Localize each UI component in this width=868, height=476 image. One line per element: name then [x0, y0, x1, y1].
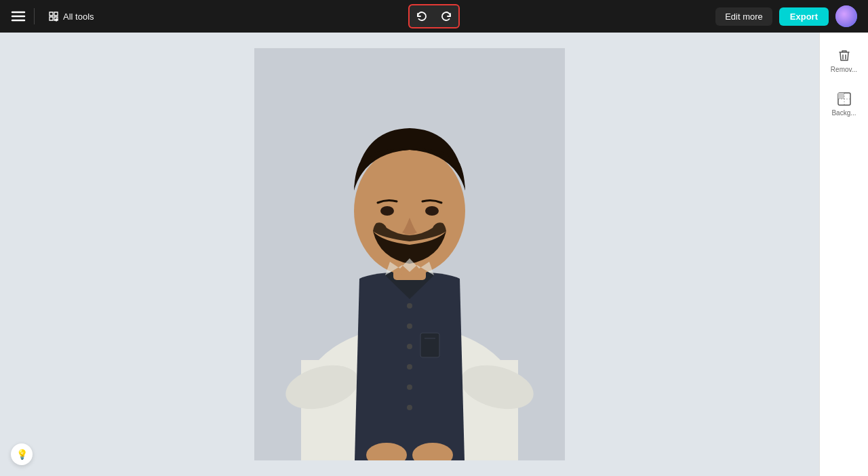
topbar: All tools Edit more Export	[0, 0, 868, 33]
main-content: 💡 Remov...	[0, 33, 868, 476]
avatar[interactable]	[835, 5, 857, 27]
logo-icon[interactable]	[11, 9, 26, 24]
right-sidebar: Remov... Backg...	[819, 33, 868, 476]
remove-icon	[837, 48, 852, 63]
canvas-area: 💡	[0, 33, 819, 476]
avatar-image	[835, 5, 857, 27]
all-tools-button[interactable]: All tools	[43, 8, 100, 24]
svg-point-13	[407, 364, 412, 370]
undo-redo-group	[408, 4, 460, 28]
image-container	[254, 48, 565, 460]
undo-button[interactable]	[410, 5, 434, 27]
sidebar-tool-background[interactable]: Backg...	[824, 84, 865, 125]
svg-point-14	[407, 384, 412, 390]
export-label: Export	[790, 12, 818, 22]
svg-point-10	[407, 303, 412, 309]
topbar-divider	[34, 8, 35, 24]
svg-point-11	[407, 323, 412, 329]
svg-point-12	[407, 344, 412, 349]
background-label: Backg...	[831, 109, 856, 117]
export-button[interactable]: Export	[779, 7, 829, 26]
hint-icon: 💡	[16, 449, 28, 460]
remove-label: Remov...	[831, 66, 857, 74]
svg-point-19	[425, 206, 439, 216]
sidebar-tool-remove[interactable]: Remov...	[824, 41, 865, 81]
person-photo	[254, 48, 565, 460]
background-icon	[837, 92, 852, 106]
edit-more-button[interactable]: Edit more	[715, 7, 772, 26]
svg-rect-20	[420, 333, 439, 357]
redo-button[interactable]	[434, 5, 458, 27]
topbar-right: Edit more Export	[715, 5, 857, 27]
topbar-center	[408, 4, 460, 28]
edit-more-label: Edit more	[725, 12, 763, 22]
all-tools-label: All tools	[63, 12, 94, 22]
hint-button[interactable]: 💡	[11, 443, 33, 465]
svg-point-15	[407, 405, 412, 410]
topbar-left: All tools	[11, 8, 100, 24]
svg-rect-26	[838, 93, 844, 99]
svg-point-18	[380, 206, 394, 216]
